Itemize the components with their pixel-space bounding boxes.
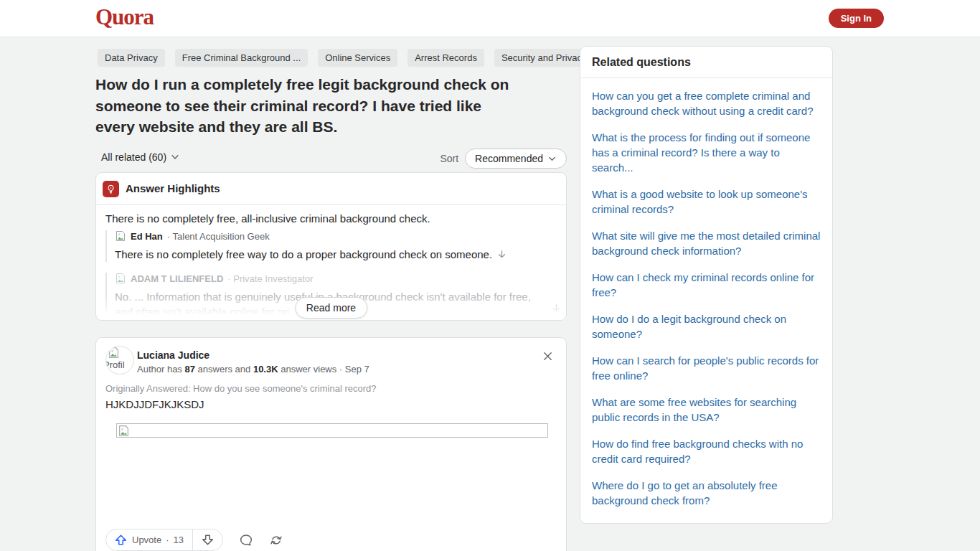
answer-action-bar: Upvote · 13 — [105, 529, 283, 551]
topic-tag[interactable]: Security and Privacy — [494, 49, 594, 67]
sort-control: Sort Recommended — [440, 149, 567, 169]
answer-author-name[interactable]: Luciana Judice — [137, 349, 209, 361]
related-questions-panel: Related questions How can you get a free… — [580, 46, 833, 524]
answer-highlights-header: Answer Highlights — [96, 173, 566, 205]
related-question-link[interactable]: What site will give me the most detailed… — [592, 228, 821, 258]
topic-tag[interactable]: Data Privacy — [98, 49, 165, 67]
sort-value: Recommended — [475, 153, 543, 164]
downvote-button[interactable] — [193, 529, 222, 550]
broken-image-icon — [115, 273, 126, 284]
answer-body-text: HJKDJJDFJKJKSDJ — [105, 398, 204, 410]
answer-highlights-card: Answer Highlights There is no completely… — [95, 172, 567, 321]
quote-author-row: ADAM T LILIENFELD · Private Investigator — [115, 273, 550, 284]
avatar[interactable]: Profil — [105, 346, 134, 375]
answer-author-meta: Author has 87 answers and 10.3K answer v… — [137, 364, 369, 375]
originally-answered-text[interactable]: Originally Answered: How do you see some… — [105, 383, 377, 394]
related-question-link[interactable]: How do I do a legit background check on … — [592, 311, 821, 342]
avatar-alt-text: Profil — [105, 359, 125, 370]
related-question-link[interactable]: How do find free background checks with … — [592, 436, 821, 466]
topic-tags-row: Data Privacy Free Criminal Background ..… — [98, 49, 631, 67]
quote-author-credential: Private Investigator — [233, 273, 313, 284]
quote-author-name[interactable]: ADAM T LILIENFELD — [131, 273, 223, 284]
chevron-down-icon — [547, 154, 557, 164]
jump-to-answer-icon[interactable] — [551, 303, 562, 314]
topic-tag[interactable]: Arrest Records — [407, 49, 484, 67]
related-questions-title: Related questions — [580, 47, 832, 78]
all-related-label: All related (60) — [101, 151, 166, 163]
sort-label: Sort — [440, 153, 458, 164]
answer-highlights-title: Answer Highlights — [126, 182, 220, 194]
related-question-link[interactable]: How can you get a free complete criminal… — [592, 88, 821, 118]
related-question-link[interactable]: What is the process for finding out if s… — [592, 130, 821, 175]
topic-tag[interactable]: Free Criminal Background ... — [175, 49, 308, 67]
answers-controls-row: All related (60) Sort Recommended — [95, 149, 567, 169]
comment-icon — [239, 533, 253, 547]
upvote-count: 13 — [174, 534, 184, 545]
highlight-quote[interactable]: Ed Han · Talent Acquisition Geek There i… — [105, 230, 550, 262]
downvote-icon — [201, 533, 215, 547]
question-title: How do I run a completely free legit bac… — [95, 74, 523, 138]
broken-image-icon — [118, 425, 130, 437]
quote-text: There is no completely free way to do a … — [115, 248, 492, 260]
quote-author-credential: Talent Acquisition Geek — [173, 231, 270, 242]
all-related-dropdown[interactable]: All related (60) — [101, 151, 180, 163]
quora-question-page: Quora Sign In Data Privacy Free Criminal… — [0, 0, 980, 551]
related-question-link[interactable]: Where do I go to get an absolutely free … — [592, 478, 821, 508]
related-question-link[interactable]: How can I search for people's public rec… — [592, 353, 821, 383]
topic-tag[interactable]: Online Services — [318, 49, 397, 67]
read-more-button[interactable]: Read more — [295, 297, 367, 319]
vote-pill: Upvote · 13 — [105, 529, 223, 551]
upvote-label: Upvote — [132, 534, 161, 545]
upvote-button[interactable]: Upvote · 13 — [106, 529, 192, 550]
related-question-link[interactable]: What is a good website to look up someon… — [592, 187, 821, 217]
chevron-down-icon — [170, 152, 180, 162]
answer-card: Profil Luciana Judice Author has 87 answ… — [95, 337, 567, 551]
broken-image-icon — [115, 230, 126, 242]
highlights-summary: There is no completely free, all-inclusi… — [105, 212, 430, 225]
sort-dropdown[interactable]: Recommended — [465, 149, 567, 169]
upvote-icon — [114, 533, 128, 547]
related-questions-list: How can you get a free complete criminal… — [580, 78, 832, 523]
related-question-link[interactable]: How can I check my criminal records onli… — [592, 270, 821, 300]
broken-image-icon — [108, 347, 120, 359]
broken-answer-image — [116, 423, 548, 438]
close-icon[interactable] — [541, 349, 554, 362]
sign-in-button[interactable]: Sign In — [829, 9, 884, 28]
answers-count: 87 — [185, 364, 195, 375]
quote-author-row: Ed Han · Talent Acquisition Geek — [115, 230, 550, 242]
lightbulb-icon — [103, 181, 119, 197]
quora-logo[interactable]: Quora — [95, 4, 154, 30]
comment-button[interactable] — [239, 533, 253, 547]
views-count: 10.3K — [253, 364, 278, 375]
answer-date[interactable]: Sep 7 — [345, 364, 369, 375]
repost-icon — [269, 533, 283, 547]
quote-author-name[interactable]: Ed Han — [131, 231, 163, 242]
jump-to-answer-icon[interactable] — [496, 249, 507, 260]
top-nav-bar: Quora Sign In — [0, 0, 980, 37]
repost-button[interactable] — [269, 533, 283, 547]
related-question-link[interactable]: What are some free websites for searchin… — [592, 395, 821, 425]
